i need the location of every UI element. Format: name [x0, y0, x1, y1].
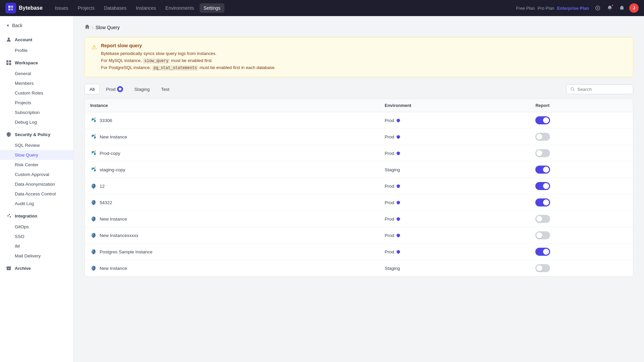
sidebar-item-projects[interactable]: Projects	[0, 98, 73, 108]
instance-name: 54322	[100, 200, 112, 205]
report-cell	[530, 260, 633, 277]
env-name: Prod	[385, 151, 394, 156]
report-toggle[interactable]	[535, 264, 550, 272]
free-plan-link[interactable]: Free Plan	[516, 6, 535, 11]
env-shield-icon	[396, 184, 400, 188]
back-button[interactable]: Back	[0, 20, 73, 31]
table-row: 12 Prod	[85, 178, 633, 194]
report-toggle[interactable]	[535, 248, 550, 256]
table: Instance Environment Report 33306 Prod	[85, 99, 633, 276]
nav-instances[interactable]: Instances	[132, 3, 160, 13]
report-cell	[530, 194, 633, 211]
toggle-knob	[543, 117, 549, 123]
sidebar-item-custom-roles[interactable]: Custom Roles	[0, 88, 73, 98]
filter-tab-prod[interactable]: Prod	[101, 84, 128, 95]
sidebar-item-debug-log[interactable]: Debug Log	[0, 117, 73, 127]
report-toggle[interactable]	[535, 215, 550, 223]
sidebar-item-im[interactable]: IM	[0, 241, 73, 251]
report-toggle[interactable]	[535, 149, 550, 157]
plan-links: Free Plan Pro Plan Enterprise Plan	[516, 6, 589, 11]
filter-tab-test[interactable]: Test	[156, 84, 174, 95]
info-text: Bytebase periodically syncs slow query l…	[101, 50, 276, 71]
report-toggle[interactable]	[535, 182, 550, 190]
svg-point-23	[92, 234, 94, 235]
sidebar-item-gitops[interactable]: GitOps	[0, 222, 73, 232]
sidebar-item-profile[interactable]: Profile	[0, 46, 73, 55]
sidebar-section-workspace-header[interactable]: Workspace	[0, 57, 73, 69]
report-cell	[530, 227, 633, 244]
filter-tab-staging[interactable]: Staging	[129, 84, 155, 95]
sidebar-item-custom-approval[interactable]: Custom Approval	[0, 170, 73, 179]
sidebar-item-risk-center[interactable]: Risk Center	[0, 160, 73, 170]
nav-settings[interactable]: Settings	[200, 3, 225, 13]
sidebar-item-slow-query[interactable]: Slow Query	[0, 150, 73, 160]
svg-point-20	[92, 218, 94, 219]
enterprise-plan-link[interactable]: Enterprise Plan	[557, 6, 589, 11]
breadcrumb-separator: ›	[92, 25, 94, 30]
filter-bar: All Prod Staging Test	[85, 84, 633, 95]
env-name: Prod	[385, 184, 394, 189]
report-toggle[interactable]	[535, 133, 550, 141]
report-toggle[interactable]	[535, 166, 550, 174]
table-row: New Instance Staging	[85, 260, 633, 277]
sidebar-item-sql-review[interactable]: SQL Review	[0, 140, 73, 150]
instance-cell: New Instance	[85, 129, 379, 145]
instance-cell: New Instancexxxxx	[85, 227, 379, 244]
user-avatar[interactable]: J	[629, 3, 639, 13]
report-toggle[interactable]	[535, 116, 550, 124]
filter-tabs: All Prod Staging Test	[85, 84, 174, 95]
nav-projects[interactable]: Projects	[74, 3, 99, 13]
sidebar-item-general[interactable]: General	[0, 69, 73, 78]
sidebar-item-mail-delivery[interactable]: Mail Delivery	[0, 251, 73, 261]
table-row: New Instance Prod	[85, 211, 633, 227]
sidebar-section-security-header[interactable]: Security & Policy	[0, 128, 73, 140]
back-label: Back	[12, 23, 22, 28]
sidebar-section-integration-header[interactable]: Integration	[0, 210, 73, 222]
env-shield-icon	[396, 151, 400, 156]
env-name: Prod	[385, 217, 394, 222]
report-toggle[interactable]	[535, 198, 550, 206]
instance-name: Prod-copy	[100, 151, 120, 156]
table-row: 54322 Prod	[85, 194, 633, 211]
instance-cell: 33306	[85, 112, 379, 129]
filter-tab-all[interactable]: All	[85, 84, 100, 95]
nav-databases[interactable]: Databases	[100, 3, 130, 13]
search-input[interactable]	[577, 87, 629, 92]
search-icon	[571, 87, 575, 92]
svg-point-29	[92, 267, 94, 268]
sidebar-section-archive-header[interactable]: Archive	[0, 262, 73, 274]
notification-badge	[611, 4, 614, 7]
environment-cell: Prod	[379, 227, 530, 244]
home-icon	[85, 24, 90, 29]
app-logo[interactable]: Bytebase	[5, 3, 43, 13]
workspace-section-label: Workspace	[15, 60, 38, 65]
sidebar-item-subscription[interactable]: Subscription	[0, 108, 73, 117]
toggle-knob	[543, 249, 549, 255]
env-shield-icon	[396, 233, 400, 238]
table-row: Postgres Sample Instance Prod	[85, 244, 633, 260]
report-cell	[530, 162, 633, 178]
table-row: Prod-copy Prod	[85, 145, 633, 162]
notification-icon[interactable]	[605, 3, 614, 13]
nav-environments[interactable]: Environments	[161, 3, 198, 13]
info-box: ⚠ Report slow query Bytebase periodicall…	[85, 37, 633, 77]
nav-issues[interactable]: Issues	[51, 3, 72, 13]
mysql-icon	[91, 167, 97, 173]
env-shield-icon	[396, 135, 400, 139]
ai-icon[interactable]	[593, 3, 602, 13]
sidebar-item-sso[interactable]: SSO	[0, 232, 73, 241]
report-cell	[530, 178, 633, 194]
sidebar-item-members[interactable]: Members	[0, 78, 73, 88]
bell-icon[interactable]	[617, 3, 627, 13]
logo-icon	[5, 3, 16, 13]
pro-plan-link[interactable]: Pro Plan	[538, 6, 554, 11]
sidebar-section-archive: Archive	[0, 262, 73, 274]
table-row: staging-copy Staging	[85, 162, 633, 178]
back-icon	[5, 23, 10, 28]
breadcrumb-home[interactable]	[85, 24, 90, 31]
sidebar-item-data-anonymization[interactable]: Data Anonymization	[0, 179, 73, 189]
sidebar-item-audit-log[interactable]: Audit Log	[0, 199, 73, 208]
report-toggle[interactable]	[535, 231, 550, 239]
sidebar-item-data-access-control[interactable]: Data Access Control	[0, 189, 73, 199]
sidebar-section-account-header[interactable]: Account	[0, 34, 73, 46]
